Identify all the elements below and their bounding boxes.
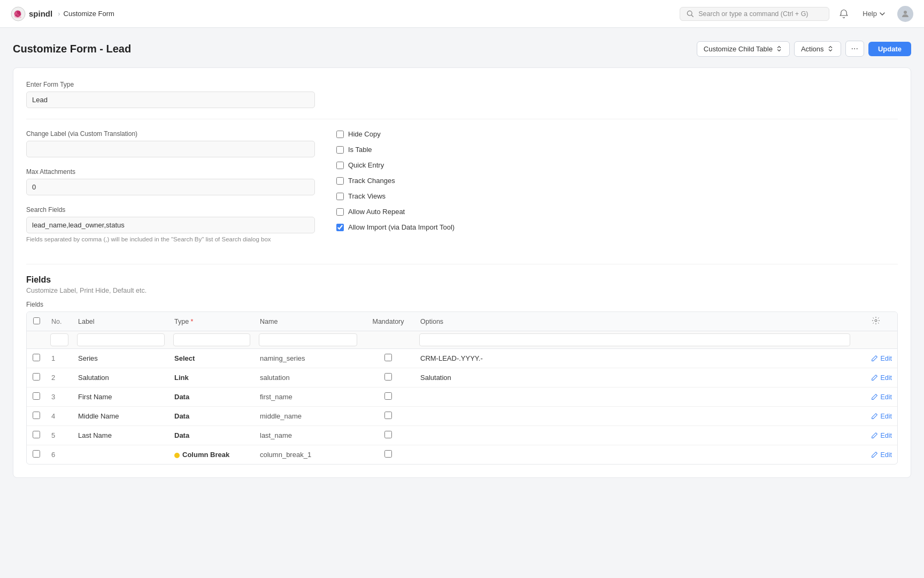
row-5-mandatory-checkbox[interactable] — [384, 431, 392, 438]
filter-mandatory — [361, 331, 415, 349]
brand-logo[interactable]: 🧶 spindl — [11, 6, 52, 21]
col-options: Options — [415, 312, 854, 331]
enter-form-type-input[interactable] — [26, 92, 315, 108]
row-2-name: salutation — [255, 368, 361, 387]
col-gear[interactable] — [854, 312, 897, 331]
filter-options-input[interactable] — [419, 333, 850, 346]
checkbox-row-is_table: Is Table — [336, 146, 898, 154]
update-label: Update — [878, 45, 902, 53]
actions-chevron-icon — [827, 45, 834, 52]
track_changes-checkbox[interactable] — [336, 177, 344, 185]
row-1-edit-link[interactable]: Edit — [860, 355, 892, 362]
row-3-select-checkbox[interactable] — [33, 392, 40, 400]
row-1-select-checkbox[interactable] — [33, 354, 40, 361]
filter-name — [255, 331, 361, 349]
row-5-type: Data — [169, 426, 255, 445]
filter-no-input[interactable] — [50, 333, 68, 346]
bell-icon — [839, 9, 849, 19]
filter-type-input[interactable] — [173, 333, 250, 346]
notification-bell-button[interactable] — [837, 7, 851, 21]
selector-icon — [775, 45, 783, 52]
col-label: Label — [73, 312, 169, 331]
change-label-input[interactable] — [26, 141, 315, 157]
customize-child-table-button[interactable]: Customize Child Table — [697, 41, 790, 57]
col-name: Name — [255, 312, 361, 331]
row-6-mandatory-checkbox[interactable] — [384, 450, 392, 458]
edit-icon — [871, 451, 878, 458]
allow_auto_repeat-checkbox[interactable] — [336, 208, 344, 216]
hide_copy-checkbox[interactable] — [336, 131, 344, 138]
is_table-checkbox[interactable] — [336, 146, 344, 154]
more-options-button[interactable]: ··· — [845, 41, 864, 57]
breadcrumb-chevron: › — [58, 10, 60, 18]
search-placeholder: Search or type a command (Ctrl + G) — [698, 10, 808, 18]
max-attachments-input[interactable] — [26, 179, 315, 195]
row-4-type-text: Data — [174, 412, 189, 420]
row-4-options — [415, 407, 854, 426]
main-content: Customize Form - Lead Customize Child Ta… — [0, 28, 924, 491]
row-1-type: Select — [169, 349, 255, 368]
row-4-name: middle_name — [255, 407, 361, 426]
row-2-mandatory-checkbox[interactable] — [384, 373, 392, 381]
row-1-checkbox-cell — [27, 349, 46, 368]
help-button[interactable]: Help — [858, 7, 890, 20]
allow_import-label: Allow Import (via Data Import Tool) — [348, 223, 455, 231]
page-header: Customize Form - Lead Customize Child Ta… — [13, 41, 911, 57]
change-label-label: Change Label (via Custom Translation) — [26, 130, 315, 138]
row-4-mandatory-cell — [361, 407, 415, 426]
navbar-right: Search or type a command (Ctrl + G) Help — [680, 6, 913, 22]
search-fields-input[interactable] — [26, 217, 315, 233]
row-1-label: Series — [73, 349, 169, 368]
row-6-type: Column Break — [169, 445, 255, 465]
col-type: Type — [169, 312, 255, 331]
customize-child-table-label: Customize Child Table — [704, 45, 773, 53]
filter-label-input[interactable] — [77, 333, 165, 346]
row-2-edit-link[interactable]: Edit — [860, 374, 892, 382]
table-row: 3First NameDatafirst_nameEdit — [27, 387, 897, 407]
row-3-mandatory-checkbox[interactable] — [384, 392, 392, 400]
row-4-mandatory-checkbox[interactable] — [384, 412, 392, 419]
row-5-edit-link[interactable]: Edit — [860, 432, 892, 439]
breadcrumb-current[interactable]: Customize Form — [64, 10, 114, 18]
change-label-section: Change Label (via Custom Translation) — [26, 130, 315, 157]
search-fields-section: Search Fields Fields separated by comma … — [26, 206, 315, 242]
filter-name-input[interactable] — [259, 333, 357, 346]
filter-gear — [854, 331, 897, 349]
update-button[interactable]: Update — [868, 42, 911, 56]
allow_import-checkbox[interactable] — [336, 224, 344, 231]
select-all-checkbox[interactable] — [33, 317, 40, 324]
row-3-edit-link[interactable]: Edit — [860, 393, 892, 401]
row-5-edit-cell: Edit — [854, 426, 897, 445]
row-6-options — [415, 445, 854, 465]
row-1-mandatory-checkbox[interactable] — [384, 354, 392, 361]
row-1-mandatory-cell — [361, 349, 415, 368]
checkbox-row-track_views: Track Views — [336, 192, 898, 200]
checkbox-row-allow_import: Allow Import (via Data Import Tool) — [336, 223, 898, 231]
row-4-select-checkbox[interactable] — [33, 412, 40, 419]
is_table-label: Is Table — [348, 146, 372, 154]
table-row: 4Middle NameDatamiddle_nameEdit — [27, 407, 897, 426]
row-6-number: 6 — [46, 445, 73, 465]
avatar[interactable] — [897, 6, 913, 22]
row-4-edit-cell: Edit — [854, 407, 897, 426]
row-5-mandatory-cell — [361, 426, 415, 445]
row-5-select-checkbox[interactable] — [33, 431, 40, 438]
row-2-select-checkbox[interactable] — [33, 373, 40, 381]
actions-label: Actions — [801, 45, 824, 53]
row-6-edit-cell: Edit — [854, 445, 897, 465]
checkbox-row-quick_entry: Quick Entry — [336, 161, 898, 169]
allow_auto_repeat-label: Allow Auto Repeat — [348, 208, 405, 216]
svg-line-3 — [691, 15, 693, 17]
row-4-label: Middle Name — [73, 407, 169, 426]
row-4-edit-link[interactable]: Edit — [860, 413, 892, 420]
search-bar[interactable]: Search or type a command (Ctrl + G) — [680, 7, 829, 21]
col-no: No. — [46, 312, 73, 331]
quick_entry-checkbox[interactable] — [336, 162, 344, 169]
max-attachments-label: Max Attachments — [26, 168, 315, 176]
actions-button[interactable]: Actions — [794, 41, 841, 57]
track_views-checkbox[interactable] — [336, 193, 344, 200]
row-6-edit-link[interactable]: Edit — [860, 451, 892, 459]
row-6-select-checkbox[interactable] — [33, 450, 40, 458]
row-6-col-break-dot — [174, 453, 180, 458]
fields-table-wrapper: No. Label Type Name Mandatory Options — [26, 311, 898, 465]
